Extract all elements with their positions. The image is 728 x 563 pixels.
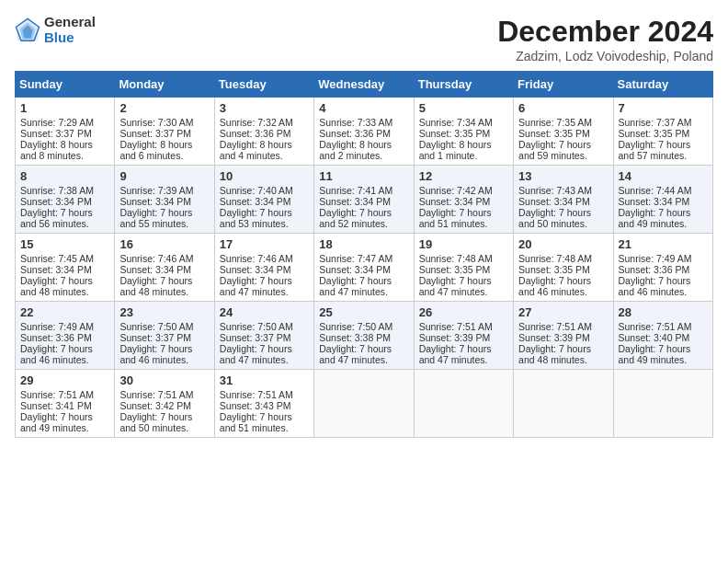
sunset-text: Sunset: 3:34 PM [319, 196, 391, 207]
sunrise-text: Sunrise: 7:34 AM [419, 117, 493, 128]
calendar-week-row: 29Sunrise: 7:51 AMSunset: 3:41 PMDayligh… [16, 370, 713, 438]
sunrise-text: Sunrise: 7:46 AM [220, 253, 293, 264]
daylight-text: Daylight: 7 hours and 56 minutes. [20, 207, 93, 229]
daylight-text: Daylight: 7 hours and 55 minutes. [119, 207, 192, 229]
sunrise-text: Sunrise: 7:50 AM [119, 321, 193, 332]
sunrise-text: Sunrise: 7:37 AM [619, 117, 692, 128]
sunrise-text: Sunrise: 7:51 AM [119, 389, 193, 400]
logo-general: General [44, 15, 96, 30]
sunset-text: Sunset: 3:36 PM [220, 128, 291, 139]
daylight-text: Daylight: 7 hours and 53 minutes. [220, 207, 292, 229]
calendar-cell: 26Sunrise: 7:51 AMSunset: 3:39 PMDayligh… [414, 302, 513, 370]
weekday-header-wednesday: Wednesday [314, 72, 414, 98]
sunrise-text: Sunrise: 7:50 AM [220, 321, 293, 332]
sunrise-text: Sunrise: 7:33 AM [319, 117, 392, 128]
sunset-text: Sunset: 3:34 PM [119, 196, 191, 207]
daylight-text: Daylight: 7 hours and 51 minutes. [419, 207, 492, 229]
day-number: 7 [619, 101, 708, 115]
sunset-text: Sunset: 3:35 PM [518, 128, 590, 139]
page-header: General Blue December 2024 Zadzim, Lodz … [15, 15, 713, 63]
calendar-cell: 18Sunrise: 7:47 AMSunset: 3:34 PMDayligh… [314, 234, 414, 302]
daylight-text: Daylight: 7 hours and 47 minutes. [419, 275, 492, 297]
day-number: 24 [220, 305, 309, 319]
day-number: 9 [119, 169, 209, 183]
daylight-text: Daylight: 7 hours and 46 minutes. [518, 275, 591, 297]
calendar-cell: 12Sunrise: 7:42 AMSunset: 3:34 PMDayligh… [414, 166, 513, 234]
daylight-text: Daylight: 7 hours and 49 minutes. [20, 411, 93, 433]
sunrise-text: Sunrise: 7:48 AM [419, 253, 493, 264]
daylight-text: Daylight: 7 hours and 46 minutes. [119, 343, 192, 365]
daylight-text: Daylight: 7 hours and 51 minutes. [220, 411, 292, 433]
sunset-text: Sunset: 3:35 PM [419, 264, 491, 275]
calendar-cell: 24Sunrise: 7:50 AMSunset: 3:37 PMDayligh… [214, 302, 313, 370]
logo-icon [15, 17, 40, 43]
weekday-header-friday: Friday [514, 72, 613, 98]
sunrise-text: Sunrise: 7:40 AM [220, 185, 293, 196]
calendar-cell: 9Sunrise: 7:39 AMSunset: 3:34 PMDaylight… [115, 166, 214, 234]
sunset-text: Sunset: 3:35 PM [619, 128, 690, 139]
daylight-text: Daylight: 7 hours and 52 minutes. [319, 207, 392, 229]
sunrise-text: Sunrise: 7:29 AM [20, 117, 94, 128]
day-number: 16 [119, 237, 209, 251]
day-number: 20 [518, 237, 608, 251]
calendar-cell: 11Sunrise: 7:41 AMSunset: 3:34 PMDayligh… [314, 166, 414, 234]
weekday-header-thursday: Thursday [414, 72, 513, 98]
title-block: December 2024 Zadzim, Lodz Voivodeship, … [497, 15, 713, 63]
calendar-cell: 28Sunrise: 7:51 AMSunset: 3:40 PMDayligh… [613, 302, 712, 370]
day-number: 29 [20, 373, 109, 387]
sunset-text: Sunset: 3:34 PM [220, 196, 291, 207]
sunrise-text: Sunrise: 7:48 AM [518, 253, 592, 264]
sunset-text: Sunset: 3:36 PM [619, 264, 690, 275]
sunset-text: Sunset: 3:36 PM [20, 332, 92, 343]
day-number: 31 [220, 373, 309, 387]
calendar-cell: 6Sunrise: 7:35 AMSunset: 3:35 PMDaylight… [514, 98, 613, 166]
daylight-text: Daylight: 7 hours and 50 minutes. [119, 411, 192, 433]
sunset-text: Sunset: 3:34 PM [220, 264, 291, 275]
logo-blue: Blue [44, 30, 96, 46]
sunset-text: Sunset: 3:36 PM [319, 128, 391, 139]
calendar-subtitle: Zadzim, Lodz Voivodeship, Poland [497, 49, 713, 63]
calendar-cell: 14Sunrise: 7:44 AMSunset: 3:34 PMDayligh… [613, 166, 712, 234]
day-number: 6 [518, 101, 608, 115]
weekday-header-saturday: Saturday [613, 72, 712, 98]
daylight-text: Daylight: 7 hours and 49 minutes. [619, 343, 691, 365]
daylight-text: Daylight: 7 hours and 59 minutes. [518, 139, 591, 161]
daylight-text: Daylight: 7 hours and 47 minutes. [419, 343, 492, 365]
daylight-text: Daylight: 8 hours and 1 minute. [419, 139, 492, 161]
sunset-text: Sunset: 3:34 PM [20, 264, 92, 275]
calendar-week-row: 8Sunrise: 7:38 AMSunset: 3:34 PMDaylight… [16, 166, 713, 234]
sunrise-text: Sunrise: 7:51 AM [518, 321, 592, 332]
sunrise-text: Sunrise: 7:49 AM [20, 321, 94, 332]
sunrise-text: Sunrise: 7:46 AM [119, 253, 193, 264]
day-number: 17 [220, 237, 309, 251]
daylight-text: Daylight: 8 hours and 8 minutes. [20, 139, 93, 161]
sunset-text: Sunset: 3:34 PM [119, 264, 191, 275]
sunset-text: Sunset: 3:39 PM [518, 332, 590, 343]
daylight-text: Daylight: 7 hours and 57 minutes. [619, 139, 691, 161]
calendar-cell: 3Sunrise: 7:32 AMSunset: 3:36 PMDaylight… [214, 98, 313, 166]
weekday-header-monday: Monday [115, 72, 214, 98]
day-number: 5 [419, 101, 508, 115]
daylight-text: Daylight: 7 hours and 47 minutes. [220, 343, 292, 365]
daylight-text: Daylight: 7 hours and 46 minutes. [619, 275, 691, 297]
calendar-cell: 4Sunrise: 7:33 AMSunset: 3:36 PMDaylight… [314, 98, 414, 166]
sunset-text: Sunset: 3:34 PM [419, 196, 491, 207]
calendar-cell: 16Sunrise: 7:46 AMSunset: 3:34 PMDayligh… [115, 234, 214, 302]
daylight-text: Daylight: 7 hours and 49 minutes. [619, 207, 691, 229]
sunrise-text: Sunrise: 7:45 AM [20, 253, 94, 264]
sunset-text: Sunset: 3:42 PM [119, 400, 191, 411]
calendar-cell: 1Sunrise: 7:29 AMSunset: 3:37 PMDaylight… [16, 98, 115, 166]
sunrise-text: Sunrise: 7:44 AM [619, 185, 692, 196]
day-number: 27 [518, 305, 608, 319]
sunrise-text: Sunrise: 7:51 AM [419, 321, 493, 332]
calendar-week-row: 15Sunrise: 7:45 AMSunset: 3:34 PMDayligh… [16, 234, 713, 302]
sunset-text: Sunset: 3:37 PM [119, 332, 191, 343]
weekday-header-row: SundayMondayTuesdayWednesdayThursdayFrid… [16, 72, 713, 98]
logo-text: General Blue [44, 15, 96, 45]
day-number: 21 [619, 237, 708, 251]
calendar-cell [613, 370, 712, 438]
calendar-cell: 8Sunrise: 7:38 AMSunset: 3:34 PMDaylight… [16, 166, 115, 234]
calendar-title: December 2024 [497, 15, 713, 49]
day-number: 28 [619, 305, 708, 319]
sunrise-text: Sunrise: 7:51 AM [20, 389, 94, 400]
